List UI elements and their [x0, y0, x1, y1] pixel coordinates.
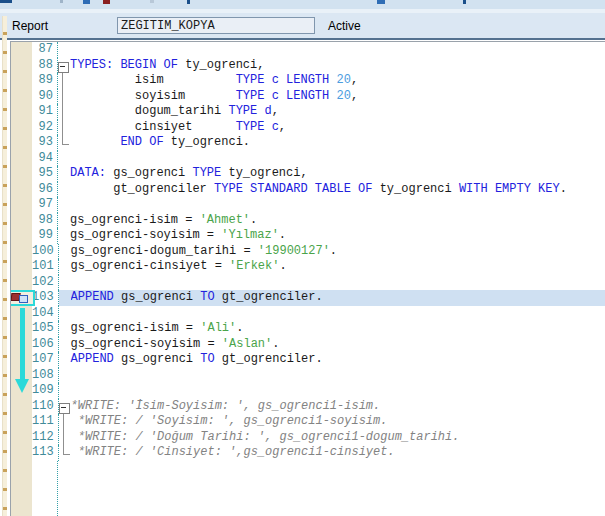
- toolbar-fragment: [463, 0, 466, 4]
- code-text: [71, 306, 605, 322]
- code-line[interactable]: 88TYPES: BEGIN OF ty_ogrenci,: [11, 58, 605, 74]
- code-line[interactable]: 112 *WRITE: / 'Doğum Tarihi: ', gs_ogren…: [11, 430, 605, 446]
- gutter-cell[interactable]: [11, 73, 32, 89]
- code-line[interactable]: 90 soyisim TYPE c LENGTH 20,: [11, 89, 605, 105]
- code-text: [71, 383, 605, 399]
- code-line[interactable]: 93 END OF ty_ogrenci.: [11, 135, 605, 151]
- code-line[interactable]: 94: [11, 151, 605, 167]
- line-number: 111: [32, 414, 59, 430]
- line-number: 113: [32, 445, 59, 461]
- code-text: TYPES: BEGIN OF ty_ogrenci,: [70, 58, 605, 74]
- fold-column: [59, 275, 71, 291]
- line-number: 109: [32, 383, 59, 399]
- code-line[interactable]: 101gs_ogrenci-cinsiyet = 'Erkek'.: [11, 259, 605, 275]
- code-text: *WRITE: 'İsim-Soyisim: ', gs_ogrenci1-is…: [71, 399, 605, 415]
- code-text: [70, 197, 605, 213]
- fold-column: [58, 228, 70, 244]
- code-line[interactable]: 103APPEND gs_ogrenci TO gt_ogrenciler.: [11, 290, 605, 306]
- fold-column: [58, 166, 70, 182]
- code-text: *WRITE: / 'Soyisim: ', gs_ogrenci1-soyis…: [71, 414, 605, 430]
- code-text: gs_ogrenci-soyisim = 'Aslan'.: [71, 337, 605, 353]
- code-text: *WRITE: / 'Doğum Tarihi: ', gs_ogrenci1-…: [71, 430, 605, 446]
- code-line[interactable]: 89 isim TYPE c LENGTH 20,: [11, 73, 605, 89]
- gutter-cell[interactable]: [11, 89, 32, 105]
- gutter-cell[interactable]: [11, 197, 32, 213]
- fold-toggle-icon[interactable]: [58, 58, 70, 74]
- fold-toggle-icon[interactable]: [59, 399, 71, 415]
- gutter-cell[interactable]: [11, 166, 32, 182]
- line-number: 106: [32, 337, 59, 353]
- line-number: 96: [32, 182, 58, 198]
- code-text: gs_ogrenci-isim = 'Ahmet'.: [70, 213, 605, 229]
- gut-filler: [11, 461, 32, 516]
- code-line[interactable]: 97: [11, 197, 605, 213]
- gutter-cell[interactable]: [11, 120, 32, 136]
- code-line[interactable]: 96 gt_ogrenciler TYPE STANDARD TABLE OF …: [11, 182, 605, 198]
- code-line[interactable]: 105gs_ogrenci-isim = 'Ali'.: [11, 321, 605, 337]
- code-text: APPEND gs_ogrenci TO gt_ogrenciler.: [71, 352, 605, 368]
- line-number: 105: [32, 321, 59, 337]
- fold-column: [59, 445, 71, 461]
- line-number: 103: [32, 290, 59, 306]
- code-line[interactable]: 113 *WRITE: / 'Cinsiyet: ',gs_ogrenci1-c…: [11, 445, 605, 461]
- code-text: [71, 368, 605, 384]
- code-line[interactable]: 109: [11, 383, 605, 399]
- gutter-cell[interactable]: [11, 430, 32, 446]
- fold-filler: [58, 461, 70, 516]
- code-line[interactable]: 107APPEND gs_ogrenci TO gt_ogrenciler.: [11, 352, 605, 368]
- line-number: 95: [32, 166, 58, 182]
- code-line[interactable]: 100gs_ogrenci-dogum_tarihi = '19900127'.: [11, 244, 605, 260]
- fold-column: [59, 306, 71, 322]
- code-line[interactable]: 104: [11, 306, 605, 322]
- code-line[interactable]: 92 cinsiyet TYPE c,: [11, 120, 605, 136]
- gutter-cell[interactable]: [11, 228, 32, 244]
- gutter-cell[interactable]: [11, 58, 32, 74]
- code-line[interactable]: 110*WRITE: 'İsim-Soyisim: ', gs_ogrenci1…: [11, 399, 605, 415]
- gutter-cell[interactable]: [11, 445, 32, 461]
- fold-column: [59, 321, 71, 337]
- window-frame-handle[interactable]: [2, 16, 7, 516]
- code-line[interactable]: 95DATA: gs_ogrenci TYPE ty_ogrenci,: [11, 166, 605, 182]
- report-header: Report Active: [0, 13, 605, 40]
- gutter-cell[interactable]: [11, 259, 32, 275]
- toolbar-strip: [0, 0, 605, 13]
- code-line[interactable]: 99gs_ogrenci-soyisim = 'Yılmaz'.: [11, 228, 605, 244]
- gutter-cell[interactable]: [11, 42, 32, 58]
- report-label: Report: [12, 19, 48, 33]
- fold-column: [59, 337, 71, 353]
- gutter-cell[interactable]: [11, 213, 32, 229]
- code-text: APPEND gs_ogrenci TO gt_ogrenciler.: [71, 290, 605, 306]
- gutter-cell[interactable]: [11, 244, 32, 260]
- gutter-cell[interactable]: [11, 275, 32, 291]
- toolbar-fragment: [83, 0, 90, 4]
- code-line[interactable]: 108: [11, 368, 605, 384]
- code-line[interactable]: 102: [11, 275, 605, 291]
- gutter-cell[interactable]: [11, 104, 32, 120]
- code-text: soyisim TYPE c LENGTH 20,: [70, 89, 605, 105]
- gutter-cell[interactable]: [11, 399, 32, 415]
- code-text: [70, 42, 605, 58]
- code-line[interactable]: 91 dogum_tarihi TYPE d,: [11, 104, 605, 120]
- gutter-cell[interactable]: [11, 151, 32, 167]
- execution-arrow-shaft: [20, 308, 25, 379]
- gutter-cell[interactable]: [11, 135, 32, 151]
- code-line[interactable]: 111 *WRITE: / 'Soyisim: ', gs_ogrenci1-s…: [11, 414, 605, 430]
- line-number: 87: [32, 42, 58, 58]
- code-line[interactable]: 106gs_ogrenci-soyisim = 'Aslan'.: [11, 337, 605, 353]
- code-editor[interactable]: 8788TYPES: BEGIN OF ty_ogrenci,89 isim T…: [10, 41, 605, 516]
- breakpoint-icon[interactable]: [10, 290, 35, 306]
- breakpoint-square-glyph: [19, 295, 28, 303]
- gutter-cell[interactable]: [11, 182, 32, 198]
- gutter-cell[interactable]: [11, 414, 32, 430]
- toolbar-fragment: [103, 0, 110, 4]
- fold-column: [59, 368, 71, 384]
- line-number: 88: [32, 58, 58, 74]
- fold-column: [58, 213, 70, 229]
- code-line[interactable]: 98gs_ogrenci-isim = 'Ahmet'.: [11, 213, 605, 229]
- code-line[interactable]: 87: [11, 42, 605, 58]
- report-name-input[interactable]: [117, 17, 315, 34]
- fold-column: [59, 259, 71, 275]
- fold-column: [58, 151, 70, 167]
- editor-filler: [11, 461, 605, 516]
- fold-column: [59, 414, 71, 430]
